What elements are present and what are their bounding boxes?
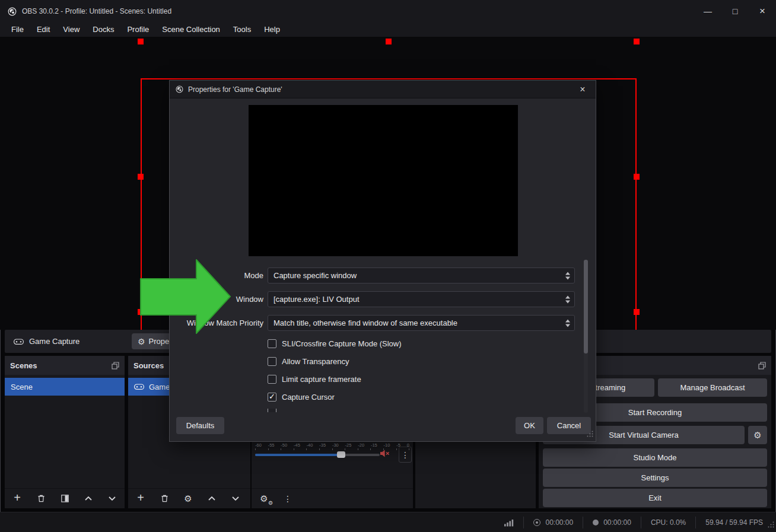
window-value: [capture.exe]: LIV Output [273, 295, 360, 304]
menu-docks[interactable]: Docks [86, 23, 120, 37]
record-indicator-icon [533, 519, 540, 526]
gamepad-icon [134, 383, 144, 390]
capture-cursor-label: Capture Cursor [282, 393, 335, 402]
remove-scene-icon[interactable] [36, 493, 46, 504]
selection-handle[interactable] [634, 309, 640, 315]
close-button[interactable]: × [749, 0, 776, 23]
scene-list-item[interactable]: Scene [5, 378, 125, 396]
add-source-icon[interactable]: + [135, 492, 146, 503]
selection-handle[interactable] [634, 39, 640, 44]
sli-crossfire-row: SLI/Crossfire Capture Mode (Slow) [268, 337, 402, 349]
menu-edit[interactable]: Edit [30, 23, 56, 37]
window-controls: — □ × [694, 0, 776, 23]
spinner-icon [565, 295, 570, 303]
dialog-resize-grip-icon[interactable] [587, 429, 593, 439]
move-scene-down-icon[interactable] [107, 493, 117, 504]
source-properties-icon[interactable]: ⚙ [183, 493, 193, 504]
spinner-icon [565, 319, 570, 327]
selection-handle[interactable] [138, 39, 144, 44]
gear-icon: ⚙ [138, 337, 145, 346]
volume-slider-handle[interactable] [337, 451, 345, 458]
resize-grip-icon[interactable] [768, 520, 774, 530]
advanced-audio-icon[interactable]: ⚙⚙ [259, 493, 269, 504]
move-source-down-icon[interactable] [230, 493, 241, 504]
defaults-label: Defaults [186, 421, 215, 430]
db-tick-label: -10 [384, 442, 390, 448]
scenes-toolbar: + [5, 488, 125, 508]
db-tick-label: -55 [268, 442, 275, 448]
mixer-options-button[interactable]: ⋮ [399, 447, 412, 463]
dialog-scrollbar-thumb[interactable] [584, 260, 588, 353]
popout-icon[interactable] [112, 362, 119, 369]
settings-label: Settings [641, 473, 669, 482]
menu-help[interactable]: Help [257, 23, 287, 37]
db-tick-label: -20 [358, 442, 364, 448]
scene-filters-icon[interactable] [59, 493, 70, 504]
menu-tools[interactable]: Tools [227, 23, 257, 37]
selected-source-name: Game Capture [29, 337, 79, 346]
sli-crossfire-label: SLI/Crossfire Capture Mode (Slow) [282, 339, 402, 348]
remove-source-icon[interactable] [159, 493, 170, 504]
popout-icon[interactable] [758, 362, 766, 369]
streaming-timer: 00:00:00 [583, 517, 641, 528]
window-title: OBS 30.0.2 - Profile: Untitled - Scenes:… [22, 7, 171, 15]
dialog-source-preview [249, 105, 518, 256]
selection-handle[interactable] [138, 309, 144, 315]
properties-dialog: Properties for 'Game Capture' × Mode Cap… [169, 80, 596, 442]
maximize-button[interactable]: □ [721, 0, 749, 23]
limit-framerate-checkbox[interactable] [268, 375, 276, 384]
cancel-label: Cancel [557, 421, 581, 430]
muted-speaker-icon[interactable] [380, 449, 390, 460]
studio-mode-label: Studio Mode [634, 453, 677, 462]
sli-crossfire-checkbox[interactable] [268, 339, 276, 348]
statusbar: 00:00:00 00:00:00 CPU: 0.0% 59.94 / 59.9… [0, 512, 776, 532]
window-match-priority-select[interactable]: Match title, otherwise find window of sa… [268, 315, 575, 331]
menu-scene-collection[interactable]: Scene Collection [155, 23, 227, 37]
mode-value: Capture specific window [273, 271, 357, 280]
selection-handle[interactable] [386, 39, 392, 44]
mixer-menu-icon[interactable]: ⋮ [282, 493, 293, 504]
clipped-checkbox[interactable] [268, 409, 276, 412]
limit-framerate-row: Limit capture framerate [268, 373, 361, 385]
virtual-camera-config-button[interactable]: ⚙ [748, 426, 767, 444]
db-tick-label: -50 [281, 442, 287, 448]
dialog-titlebar[interactable]: Properties for 'Game Capture' × [170, 81, 596, 98]
manage-broadcast-button[interactable]: Manage Broadcast [658, 378, 767, 397]
menu-view[interactable]: View [56, 23, 86, 37]
defaults-button[interactable]: Defaults [176, 417, 224, 434]
dialog-scrollbar[interactable] [584, 260, 588, 413]
db-scale: -60 -55 -50 -45 -40 -35 -30 -25 -20 -15 … [255, 442, 409, 448]
ok-button[interactable]: OK [516, 417, 543, 434]
mode-select[interactable]: Capture specific window [268, 267, 575, 283]
spinner-icon [565, 272, 570, 279]
window-select[interactable]: [capture.exe]: LIV Output [268, 291, 575, 307]
window-label: Window [177, 291, 263, 307]
window-match-priority-value: Match title, otherwise find window of sa… [273, 318, 457, 327]
titlebar: OBS 30.0.2 - Profile: Untitled - Scenes:… [0, 0, 776, 23]
sources-toolbar: + ⚙ [128, 488, 250, 508]
selection-handle[interactable] [634, 174, 640, 180]
capture-cursor-checkbox[interactable] [268, 393, 276, 402]
dialog-close-icon[interactable]: × [575, 84, 590, 95]
move-scene-up-icon[interactable] [83, 493, 94, 504]
menu-file[interactable]: File [5, 23, 30, 37]
mode-label: Mode [177, 267, 263, 283]
recording-time: 00:00:00 [545, 518, 573, 527]
signal-bars-icon [504, 518, 514, 527]
settings-button[interactable]: Settings [543, 469, 767, 487]
fps-counter: 59.94 / 59.94 FPS [695, 517, 772, 528]
minimize-button[interactable]: — [694, 0, 721, 23]
exit-button[interactable]: Exit [543, 489, 767, 507]
studio-mode-button[interactable]: Studio Mode [543, 448, 767, 467]
scenes-dock-title: Scenes [10, 361, 37, 370]
allow-transparency-checkbox[interactable] [268, 357, 276, 366]
selection-handle[interactable] [138, 174, 144, 180]
volume-slider[interactable] [255, 454, 380, 456]
add-scene-icon[interactable]: + [12, 492, 23, 503]
recording-timer: 00:00:00 [523, 517, 583, 528]
menu-profile[interactable]: Profile [120, 23, 155, 37]
scenes-dock: Scenes Scene + [5, 356, 125, 508]
cancel-button[interactable]: Cancel [547, 417, 591, 434]
sources-dock-title: Sources [133, 361, 164, 370]
move-source-up-icon[interactable] [206, 493, 217, 504]
